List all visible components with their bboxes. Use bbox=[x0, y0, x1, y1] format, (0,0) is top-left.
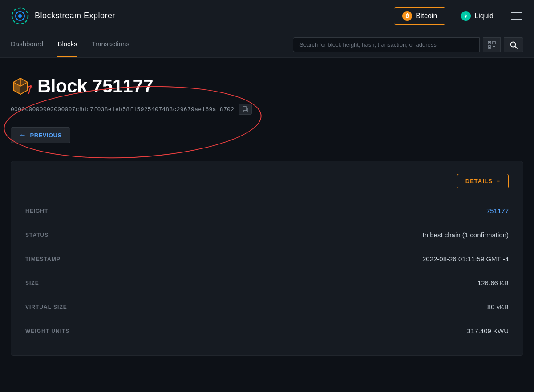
svg-point-13 bbox=[511, 42, 516, 47]
svg-line-14 bbox=[515, 46, 518, 48]
svg-rect-12 bbox=[494, 48, 495, 48]
header-right: ₿ Bitcoin ◈ Liquid bbox=[394, 7, 523, 25]
logo-icon bbox=[11, 7, 29, 25]
qr-icon bbox=[488, 41, 496, 49]
detail-row: HEIGHT751177 bbox=[25, 199, 509, 223]
bitcoin-button[interactable]: ₿ Bitcoin bbox=[394, 7, 445, 25]
nav-blocks[interactable]: Blocks bbox=[57, 32, 77, 57]
detail-label: TIMESTAMP bbox=[25, 256, 61, 262]
detail-value: 126.66 KB bbox=[477, 279, 509, 287]
detail-rows-container: HEIGHT751177STATUSIn best chain (1 confi… bbox=[25, 199, 509, 343]
previous-button[interactable]: ← PREVIOUS bbox=[11, 127, 70, 143]
bitcoin-label: Bitcoin bbox=[416, 12, 437, 20]
detail-row: TIMESTAMP2022-08-26 01:11:59 GMT -4 bbox=[25, 247, 509, 271]
logo-area: Blockstream Explorer bbox=[11, 7, 115, 25]
search-button[interactable] bbox=[504, 37, 523, 52]
block-cube-icon bbox=[11, 76, 30, 96]
hamburger-menu[interactable] bbox=[509, 11, 523, 21]
detail-row: WEIGHT UNITS317.409 KWU bbox=[25, 319, 509, 343]
detail-value: 317.409 KWU bbox=[467, 327, 509, 335]
detail-value: In best chain (1 confirmation) bbox=[423, 231, 509, 239]
detail-label: WEIGHT UNITS bbox=[25, 328, 69, 334]
svg-rect-23 bbox=[243, 107, 247, 111]
svg-rect-10 bbox=[494, 46, 495, 47]
detail-value: 751177 bbox=[486, 207, 509, 215]
nav-links: Dashboard Blocks Transactions bbox=[11, 32, 129, 57]
bitcoin-coin-icon: ₿ bbox=[402, 11, 412, 21]
block-title-row: Block 751177 bbox=[11, 76, 523, 97]
prev-arrow-icon: ← bbox=[19, 131, 27, 139]
detail-label: HEIGHT bbox=[25, 208, 48, 214]
detail-label: VIRTUAL SIZE bbox=[25, 304, 67, 310]
svg-rect-9 bbox=[493, 46, 494, 47]
svg-rect-11 bbox=[493, 48, 494, 48]
nav-bar: Dashboard Blocks Transactions bbox=[0, 32, 534, 58]
logo-text: Blockstream Explorer bbox=[35, 11, 115, 20]
search-icon bbox=[510, 41, 518, 49]
header: Blockstream Explorer ₿ Bitcoin ◈ Liquid bbox=[0, 0, 534, 32]
copy-hash-button[interactable] bbox=[239, 104, 252, 115]
detail-label: STATUS bbox=[25, 232, 49, 238]
nav-dashboard[interactable]: Dashboard bbox=[11, 32, 43, 57]
block-title: Block 751177 bbox=[37, 76, 153, 97]
prev-button-label: PREVIOUS bbox=[30, 132, 62, 139]
svg-rect-8 bbox=[489, 47, 490, 48]
details-card: DETAILS + HEIGHT751177STATUSIn best chai… bbox=[11, 161, 523, 356]
svg-point-2 bbox=[18, 14, 22, 18]
copy-icon bbox=[242, 106, 248, 112]
detail-value: 80 vKB bbox=[487, 303, 509, 311]
search-area bbox=[293, 37, 523, 52]
detail-row: SIZE126.66 KB bbox=[25, 271, 509, 295]
detail-row: STATUSIn best chain (1 confirmation) bbox=[25, 223, 509, 247]
detail-label: SIZE bbox=[25, 280, 39, 286]
main-content: Block 751177 000000000000000007c8dc7f038… bbox=[0, 58, 534, 366]
nav-transactions[interactable]: Transactions bbox=[92, 32, 129, 57]
svg-rect-6 bbox=[494, 42, 494, 43]
detail-value: 2022-08-26 01:11:59 GMT -4 bbox=[422, 255, 509, 263]
search-input[interactable] bbox=[293, 37, 480, 52]
qr-scan-button[interactable] bbox=[483, 37, 501, 52]
details-button[interactable]: DETAILS + bbox=[457, 174, 509, 188]
liquid-coin-icon: ◈ bbox=[461, 11, 471, 21]
detail-row: VIRTUAL SIZE80 vKB bbox=[25, 295, 509, 319]
block-hash: 000000000000000007c8dc7f038e1eb58f159254… bbox=[11, 106, 234, 113]
details-button-label: DETAILS bbox=[465, 178, 493, 184]
liquid-button[interactable]: ◈ Liquid bbox=[453, 7, 502, 25]
hash-row: 000000000000000007c8dc7f038e1eb58f159254… bbox=[11, 104, 523, 115]
svg-rect-4 bbox=[489, 42, 490, 43]
details-plus-icon: + bbox=[496, 178, 500, 184]
liquid-label: Liquid bbox=[474, 12, 494, 20]
details-header: DETAILS + bbox=[25, 174, 509, 188]
